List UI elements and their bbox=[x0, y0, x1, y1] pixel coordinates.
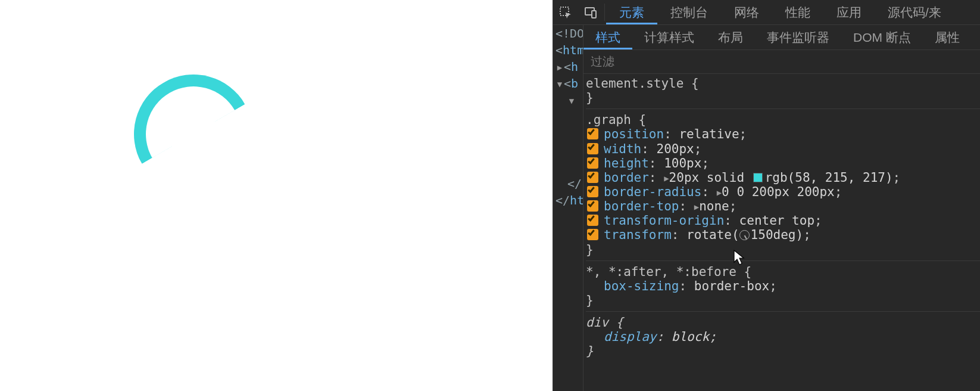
tab-application[interactable]: 应用 bbox=[823, 0, 875, 24]
tab-console[interactable]: 控制台 bbox=[657, 0, 721, 24]
checkbox-icon[interactable] bbox=[587, 200, 598, 212]
color-swatch[interactable] bbox=[753, 173, 763, 182]
decl-height[interactable]: height: 100px; bbox=[586, 156, 980, 170]
styles-panel: 样式 计算样式 布局 事件监听器 DOM 断点 属性 element.style… bbox=[583, 25, 980, 391]
decl-transform-origin[interactable]: transform-origin: center top; bbox=[586, 213, 980, 228]
decl-box-sizing[interactable]: box-sizing: border-box; bbox=[586, 279, 980, 293]
dom-head[interactable]: ▶<h bbox=[553, 58, 583, 75]
checkbox-icon[interactable] bbox=[587, 172, 598, 183]
tab-sources[interactable]: 源代码/来 bbox=[875, 0, 954, 24]
css-rule-list: element.style { } .graph { position: rel… bbox=[583, 74, 980, 391]
dom-doctype[interactable]: <!DO bbox=[553, 25, 583, 42]
inspect-icon[interactable] bbox=[553, 0, 578, 24]
tab-elements[interactable]: 元素 bbox=[606, 0, 657, 24]
decl-border[interactable]: border: ▶ 20px solid rgb(58, 215, 217); bbox=[586, 170, 980, 185]
checkbox-icon[interactable] bbox=[587, 128, 598, 139]
chevron-right-icon[interactable]: ▶ bbox=[664, 173, 669, 183]
checkbox-icon[interactable] bbox=[587, 157, 598, 169]
dom-body[interactable]: ▼<b bbox=[553, 75, 583, 92]
rotate-icon[interactable] bbox=[739, 230, 750, 240]
device-toggle-icon[interactable] bbox=[578, 0, 603, 24]
dom-selected-arrow[interactable]: ▼ bbox=[565, 92, 583, 108]
graph-element[interactable] bbox=[112, 52, 245, 164]
rule-graph[interactable]: .graph { position: relative; width: 200p… bbox=[586, 111, 980, 260]
checkbox-icon[interactable] bbox=[587, 229, 598, 240]
dom-close[interactable]: </ bbox=[565, 175, 583, 192]
devtools-toolbar: 元素 控制台 网络 性能 应用 源代码/来 bbox=[553, 0, 980, 25]
tab-performance[interactable]: 性能 bbox=[772, 0, 823, 24]
dom-html-open[interactable]: <htm bbox=[553, 42, 583, 58]
styles-filter-input[interactable] bbox=[589, 54, 974, 69]
subtab-properties[interactable]: 属性 bbox=[923, 25, 972, 49]
checkbox-icon[interactable] bbox=[587, 143, 598, 154]
dom-tree[interactable]: <!DO <htm ▶<h ▼<b ▼ </ </ht bbox=[553, 25, 583, 391]
rule-div-ua[interactable]: div { display: block; } bbox=[586, 314, 980, 362]
decl-position[interactable]: position: relative; bbox=[586, 127, 980, 141]
checkbox-icon[interactable] bbox=[587, 186, 598, 197]
checkbox-icon[interactable] bbox=[587, 215, 598, 226]
subtab-listeners[interactable]: 事件监听器 bbox=[755, 25, 841, 49]
subtab-layout[interactable]: 布局 bbox=[706, 25, 755, 49]
tab-network[interactable]: 网络 bbox=[721, 0, 772, 24]
decl-transform[interactable]: transform: rotate(150deg); bbox=[586, 228, 980, 242]
decl-display[interactable]: display: block; bbox=[586, 330, 980, 344]
styles-subtabs: 样式 计算样式 布局 事件监听器 DOM 断点 属性 bbox=[583, 25, 980, 50]
decl-width[interactable]: width: 200px; bbox=[586, 142, 980, 156]
rule-element-style[interactable]: element.style { } bbox=[586, 75, 980, 109]
subtab-styles[interactable]: 样式 bbox=[583, 25, 632, 49]
subtab-dom-breakpoints[interactable]: DOM 断点 bbox=[841, 25, 923, 49]
rendered-page bbox=[0, 0, 553, 391]
subtab-computed[interactable]: 计算样式 bbox=[632, 25, 706, 49]
rule-universal[interactable]: *, *:after, *:before { box-sizing: borde… bbox=[586, 263, 980, 312]
svg-rect-2 bbox=[592, 11, 596, 18]
chevron-right-icon[interactable]: ▶ bbox=[694, 202, 699, 212]
decl-border-top[interactable]: border-top: ▶ none; bbox=[586, 199, 980, 213]
dom-html-close[interactable]: </ht bbox=[553, 192, 583, 209]
toolbar-separator bbox=[604, 4, 605, 21]
chevron-right-icon[interactable]: ▶ bbox=[717, 188, 722, 197]
devtools-panel: 元素 控制台 网络 性能 应用 源代码/来 <!DO <htm ▶<h ▼<b … bbox=[553, 0, 980, 391]
styles-filter-row bbox=[583, 50, 980, 74]
decl-border-radius[interactable]: border-radius: ▶ 0 0 200px 200px; bbox=[586, 185, 980, 199]
